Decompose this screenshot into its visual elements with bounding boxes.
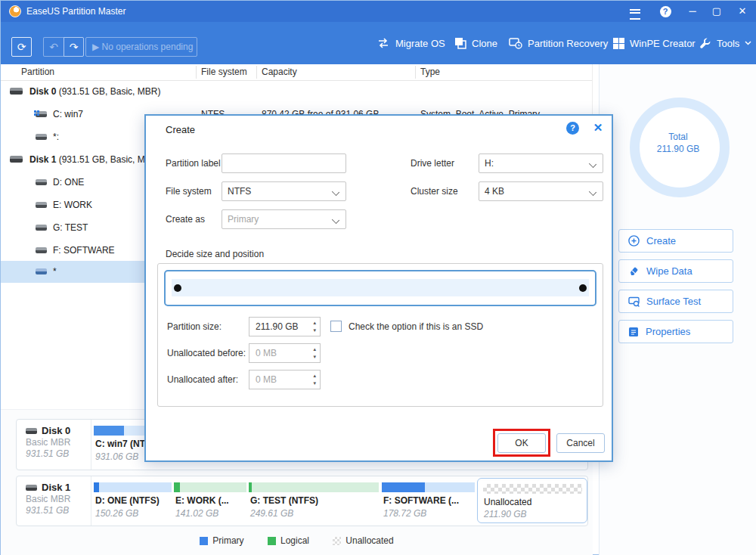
partition-size-spinner[interactable]: 211.90 GB ▴▾ xyxy=(249,317,321,336)
migrate-os-label: Migrate OS xyxy=(395,38,445,49)
size-slider[interactable] xyxy=(164,270,596,306)
partition-cell-unallocated[interactable]: Unallocated 211.90 GB xyxy=(477,478,587,523)
legend-logical: Logical xyxy=(268,535,309,546)
drive-letter-value: H: xyxy=(485,158,494,169)
partition-recovery-label: Partition Recovery xyxy=(528,38,608,49)
slider-left-handle[interactable] xyxy=(174,284,181,292)
undo-button[interactable]: ↶ xyxy=(43,37,64,57)
disk1-info[interactable]: Disk 1 Basic MBR 931.51 GB xyxy=(17,476,91,526)
chevron-down-icon xyxy=(332,216,339,224)
partition-cell-d-one[interactable]: D: ONE (NTFS) 150.26 GB xyxy=(94,476,172,526)
pending-operations-button[interactable]: ▶ No operations pending xyxy=(85,37,197,57)
logical-color-swatch xyxy=(268,537,276,545)
drive-letter-select[interactable]: H: xyxy=(479,153,603,173)
play-icon: ▶ xyxy=(92,42,102,52)
properties-label: Properties xyxy=(646,326,690,337)
cancel-button[interactable]: Cancel xyxy=(556,433,605,453)
app-title: EaseUS Partition Master xyxy=(26,6,125,17)
star-colon-label: *: xyxy=(53,132,59,142)
disk-icon xyxy=(26,428,37,434)
tools-label: Tools xyxy=(717,38,739,49)
refresh-icon: ⟳ xyxy=(17,41,26,53)
create-button[interactable]: Create xyxy=(618,229,733,253)
unallocated-before-value: 0 MB xyxy=(256,348,277,358)
slider-right-handle[interactable] xyxy=(579,284,587,292)
spinner-arrows-icon[interactable]: ▴▾ xyxy=(313,346,316,361)
unallocated-before-spinner[interactable]: 0 MB ▴▾ xyxy=(249,343,321,363)
properties-icon xyxy=(628,327,639,337)
partition-label-input[interactable] xyxy=(222,153,346,173)
chevron-down-icon xyxy=(332,188,339,196)
chevron-down-icon xyxy=(745,41,751,45)
ssd-checkbox[interactable] xyxy=(330,321,342,332)
d-one-cell-label: D: ONE (NTFS) xyxy=(95,495,160,506)
properties-button[interactable]: Properties xyxy=(618,320,733,343)
app-logo-icon xyxy=(9,5,21,17)
legend-primary: Primary xyxy=(200,535,243,546)
disk0-name: Disk 0 xyxy=(29,86,56,97)
unallocated-cell-size: 211.90 GB xyxy=(484,509,526,519)
minimize-icon[interactable]: ─ xyxy=(681,1,704,22)
partition-cell-g-test[interactable]: G: TEST (NTFS) 249.61 GB xyxy=(249,476,379,526)
partition-icon xyxy=(36,179,47,185)
unallocated-after-label: Unallocated after: xyxy=(167,370,238,389)
disk0-info[interactable]: Disk 0 Basic MBR 931.51 GB xyxy=(17,420,91,470)
cluster-size-select[interactable]: 4 KB xyxy=(479,181,603,201)
undo-icon: ↶ xyxy=(49,41,58,53)
unallocated-after-spinner[interactable]: 0 MB ▴▾ xyxy=(249,370,321,389)
partition-cell-f-software[interactable]: F: SOFTWARE (... 178.72 GB xyxy=(382,476,475,526)
clone-label: Clone xyxy=(472,38,497,49)
column-partition: Partition xyxy=(21,67,54,77)
redo-button[interactable]: ↷ xyxy=(64,37,84,57)
partition-cell-e-work[interactable]: E: WORK (... 141.02 GB xyxy=(174,476,246,526)
redo-icon: ↷ xyxy=(70,41,79,53)
close-icon[interactable]: ✕ xyxy=(731,1,754,22)
create-label: Create xyxy=(646,235,676,246)
help-icon[interactable]: ? xyxy=(654,1,677,22)
f-software-cell-label: F: SOFTWARE (... xyxy=(383,495,459,506)
partition-recovery-button[interactable]: Partition Recovery xyxy=(509,22,608,64)
d-one-label: D: ONE xyxy=(53,177,84,188)
ok-button[interactable]: OK xyxy=(497,433,546,453)
legend-logical-label: Logical xyxy=(280,535,309,546)
table-row-disk0[interactable]: Disk 0 (931.51 GB, Basic, MBR) xyxy=(1,80,593,103)
winpe-creator-button[interactable]: WinPE Creator xyxy=(613,22,696,64)
disk1-panel-type: Basic MBR xyxy=(26,493,91,505)
surface-test-button[interactable]: Surface Test xyxy=(618,290,733,313)
cwin7-cell-size: 931.06 GB xyxy=(95,451,138,462)
disk1-panel-size: 931.51 GB xyxy=(26,505,91,516)
dialog-close-icon[interactable]: ✕ xyxy=(591,121,605,135)
refresh-button[interactable]: ⟳ xyxy=(11,37,32,57)
size-section-label: Decide size and position xyxy=(166,244,264,264)
partition-label-label: Partition label xyxy=(166,153,221,173)
clone-button[interactable]: Clone xyxy=(454,22,497,64)
legend: Primary Logical Unallocated xyxy=(1,535,593,547)
column-type: Type xyxy=(420,67,440,77)
disk0-details: (931.51 GB, Basic, MBR) xyxy=(59,86,161,97)
dialog-help-icon[interactable]: ? xyxy=(566,122,579,135)
menu-icon[interactable] xyxy=(624,1,646,22)
create-as-select[interactable]: Primary xyxy=(222,209,346,229)
spinner-arrows-icon[interactable]: ▴▾ xyxy=(313,372,316,387)
disk1-name: Disk 1 xyxy=(29,154,56,165)
legend-unallocated-label: Unallocated xyxy=(345,535,393,546)
cluster-size-value: 4 KB xyxy=(485,186,504,197)
create-as-label: Create as xyxy=(166,209,205,229)
create-plus-icon xyxy=(628,235,640,246)
migrate-os-button[interactable]: Migrate OS xyxy=(376,22,445,64)
g-test-label: G: TEST xyxy=(53,222,88,233)
e-work-label: E: WORK xyxy=(53,200,92,210)
spinner-arrows-icon[interactable]: ▴▾ xyxy=(313,319,316,334)
tools-button[interactable]: Tools xyxy=(699,22,751,64)
file-system-select[interactable]: NTFS xyxy=(222,181,346,201)
windows-badge-icon xyxy=(34,110,36,113)
wipe-data-label: Wipe Data xyxy=(646,265,692,277)
column-capacity: Capacity xyxy=(262,67,297,77)
maximize-icon[interactable]: ▢ xyxy=(705,1,728,22)
pending-operations-label: No operations pending xyxy=(102,42,194,52)
partition-icon xyxy=(36,268,47,274)
cwin7-label: C: win7 xyxy=(53,109,83,119)
disk1-panel: Disk 1 Basic MBR 931.51 GB D: ONE (NTFS)… xyxy=(16,476,588,526)
wipe-data-button[interactable]: Wipe Data xyxy=(618,259,733,283)
disk-icon xyxy=(10,156,23,163)
